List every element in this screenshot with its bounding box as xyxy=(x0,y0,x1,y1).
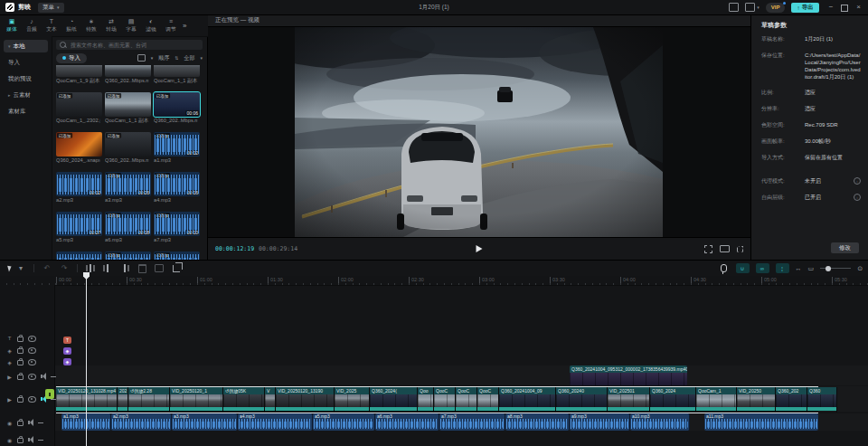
audio-clip[interactable]: a6.mp3 xyxy=(375,413,439,431)
record-audio-button[interactable] xyxy=(721,263,730,274)
sidebar-item-本地[interactable]: ▾本地 xyxy=(4,40,48,52)
redo-button[interactable]: ↷ xyxy=(60,263,69,274)
layout-icon[interactable] xyxy=(729,3,739,12)
minus-icon[interactable] xyxy=(38,422,43,423)
main-track-clip[interactable]: VID_20250120_13190 xyxy=(276,387,335,413)
cut-right-button[interactable] xyxy=(120,263,129,274)
menu-button[interactable]: 菜单 ▾ xyxy=(38,3,64,13)
lock-icon[interactable] xyxy=(17,337,24,342)
view-mode-icon[interactable]: ▭ xyxy=(808,265,815,272)
preview-stage[interactable] xyxy=(208,27,750,237)
eye-icon[interactable] xyxy=(28,374,36,380)
timeline-zoom-slider[interactable] xyxy=(820,268,851,269)
tab-特效[interactable]: ∗特效 xyxy=(81,18,101,33)
eye-icon[interactable] xyxy=(28,347,36,354)
import-button[interactable]: 导入 xyxy=(56,53,87,63)
speaker-icon[interactable] xyxy=(41,397,42,401)
vip-badge[interactable]: VIP xyxy=(766,3,786,13)
media-item[interactable]: 已添加00:12a1.mp3 xyxy=(154,132,200,169)
audio-clip[interactable]: a9.mp3 xyxy=(570,413,630,431)
export-button[interactable]: ↑ 导出 xyxy=(791,3,818,13)
media-item[interactable]: 00:12a2.mp3 xyxy=(56,172,102,209)
main-track-clip[interactable]: Q360_2024 xyxy=(650,387,696,413)
snap-toggle[interactable]: ∪ xyxy=(736,263,750,273)
main-track-clip[interactable]: V xyxy=(265,387,276,413)
lock-icon[interactable] xyxy=(17,397,24,403)
link-toggle[interactable]: ∞ xyxy=(756,263,769,273)
tabs-overflow-button[interactable]: » xyxy=(183,22,186,30)
eye-icon[interactable] xyxy=(28,359,36,365)
main-track-clip[interactable]: VID_2025 xyxy=(335,387,370,413)
sort-button[interactable]: 顺序 xyxy=(158,54,169,62)
scale-icon[interactable] xyxy=(704,245,712,253)
main-track-clip[interactable]: VID_202501 xyxy=(608,387,650,413)
ratio-icon[interactable] xyxy=(720,245,730,252)
sidebar-item-导入[interactable]: 导入 xyxy=(4,56,48,69)
main-video-track[interactable]: VID_20250120_131028.mp4202↺倒放2.28VID_202… xyxy=(56,386,818,413)
audio-clip[interactable]: a4.mp3 xyxy=(238,413,313,431)
media-item[interactable]: QooCam_1_9 副本.jpg xyxy=(56,65,102,90)
modify-button[interactable]: 修改 xyxy=(831,242,859,253)
audio-clip[interactable]: a10.mp3 xyxy=(630,413,690,431)
timeline-text-clip[interactable]: T xyxy=(63,337,71,344)
media-item[interactable]: 已添加QooCam_1_.2302.jpg xyxy=(56,92,102,129)
minus-icon[interactable] xyxy=(51,376,56,377)
tab-滤镜[interactable]: ◐滤镜 xyxy=(141,18,161,33)
main-track-clip[interactable]: Q360 xyxy=(807,387,837,413)
fullscreen-icon[interactable] xyxy=(737,246,743,252)
delete-button[interactable] xyxy=(137,263,146,274)
workspace-switch[interactable]: ▾ xyxy=(745,3,760,12)
audio-clip[interactable]: a11.mp3 xyxy=(704,413,818,431)
audio-clip[interactable]: a5.mp3 xyxy=(313,413,375,431)
preview-axis-toggle[interactable]: ¦ xyxy=(776,263,789,273)
undo-button[interactable]: ↶ xyxy=(42,263,52,274)
media-item[interactable]: 00:18a8.mp3 xyxy=(56,251,102,260)
main-track-clip[interactable]: QooC xyxy=(434,387,456,413)
overlay-video-clip[interactable]: Q360_20241004_095312_000002_173835643993… xyxy=(570,365,687,385)
main-track-clip[interactable]: Q360_2024( xyxy=(370,387,418,413)
main-track-clip[interactable]: 202 xyxy=(118,387,128,413)
main-track-clip[interactable]: QooCam_1 xyxy=(696,387,737,413)
playhead[interactable] xyxy=(86,276,87,446)
tab-调节[interactable]: ≡调节 xyxy=(161,18,181,33)
media-item[interactable]: 已添加00:10a7.mp3 xyxy=(154,212,200,249)
filter-button[interactable]: 全部 xyxy=(184,54,194,62)
tab-贴纸[interactable]: ◔贴纸 xyxy=(61,18,81,33)
tab-媒体[interactable]: ▣媒体 xyxy=(2,18,22,33)
media-item[interactable]: 00:27a5.mp3 xyxy=(56,212,102,249)
select-tool-button[interactable] xyxy=(5,263,14,274)
main-track-clip[interactable]: QooC xyxy=(456,387,477,413)
speaker-icon[interactable] xyxy=(28,438,30,441)
speaker-icon[interactable] xyxy=(28,421,30,424)
media-item[interactable]: QooCam_1_1 副本.jpg xyxy=(154,65,200,90)
lock-icon[interactable] xyxy=(17,375,24,380)
freeze-frame-button[interactable] xyxy=(155,263,164,274)
audio-clip[interactable]: a8.mp3 xyxy=(505,413,570,431)
sidebar-item-我的预设[interactable]: 我的预设 xyxy=(4,72,48,85)
audio-clip[interactable]: a2.mp3 xyxy=(111,413,172,431)
sidebar-item-云素材[interactable]: ▸云素材 xyxy=(4,89,48,101)
media-item[interactable]: 已添加00:18a6.mp3 xyxy=(105,212,151,249)
select-tool-caret[interactable]: ▾ xyxy=(16,263,25,274)
lock-icon[interactable] xyxy=(17,438,24,443)
main-track-clip[interactable]: VID_20250 xyxy=(737,387,776,413)
lock-icon[interactable] xyxy=(17,421,24,426)
main-track-clip[interactable]: ↺倒放2.28 xyxy=(128,387,170,413)
lock-icon[interactable] xyxy=(17,360,24,365)
timeline-fx-clip[interactable]: ◈ xyxy=(63,358,71,365)
crop-button[interactable] xyxy=(172,263,181,274)
tab-字幕[interactable]: ▤字幕 xyxy=(121,18,141,33)
zoom-fit-icon[interactable]: ⊙ xyxy=(857,265,863,272)
minimize-button[interactable]: − xyxy=(829,3,834,12)
cut-left-button[interactable] xyxy=(103,263,112,274)
media-item[interactable]: 已添加00:21a10.mp3 xyxy=(154,251,200,260)
info-icon[interactable]: i xyxy=(854,177,861,185)
sidebar-item-素材库[interactable]: 素材库 xyxy=(4,105,48,118)
speaker-icon[interactable] xyxy=(41,375,42,378)
audio-track[interactable]: a1.mp3a2.mp3a3.mp3a4.mp3a5.mp3a6.mp3a7.m… xyxy=(61,413,690,431)
media-item[interactable]: 已添加00:26a3.mp3 xyxy=(105,172,151,209)
main-track-clip[interactable]: QooC xyxy=(477,387,499,413)
tab-音频[interactable]: ♪音频 xyxy=(22,18,42,33)
close-button[interactable]: × xyxy=(856,3,861,12)
zoom-slider-knob[interactable] xyxy=(826,266,831,271)
